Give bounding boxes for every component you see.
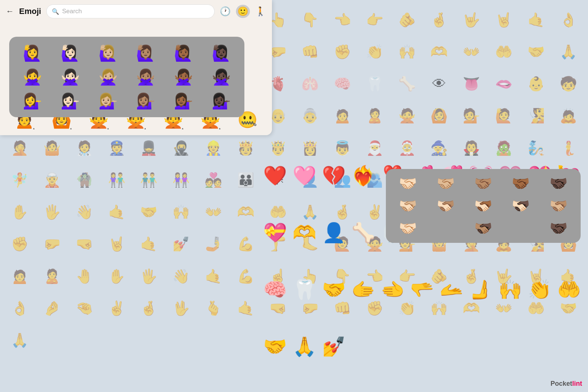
bg-emoji: 🧌: [68, 164, 101, 196]
bg-emoji: 🫁: [294, 68, 326, 100]
bg-emoji: 👌: [4, 292, 36, 324]
bg-emoji: 🧒: [552, 68, 584, 100]
bg-emoji: 🤘: [488, 4, 520, 36]
skin-tone-emoji-14[interactable]: 💁🏻‍♀️: [53, 90, 88, 111]
skin-tone-emoji-18[interactable]: 💁🏿‍♀️: [204, 90, 239, 111]
handshake-emoji-1[interactable]: 🤝🏻: [390, 173, 426, 194]
bg-emoji: 🥷: [165, 132, 197, 164]
handshake-emoji-10[interactable]: 🫱🏼‍🫲🏽: [541, 196, 576, 216]
bg-emoji: 👮: [100, 132, 133, 164]
bg-emoji: 🖖: [165, 292, 197, 324]
skin-tone-emoji-11[interactable]: 🙅🏾‍♀️: [166, 66, 201, 87]
bg-emoji: 👷: [197, 132, 230, 164]
handshake-emoji-8[interactable]: 🫱🏻‍🫲🏾: [466, 196, 501, 216]
handshake-emoji-9[interactable]: 🫱🏻‍🫲🏿: [503, 196, 538, 216]
bg-emoji: 🤝: [520, 36, 552, 68]
bg-emoji: 🤌: [36, 292, 68, 324]
skin-tone-emoji-12[interactable]: 🙅🏿‍♀️: [204, 66, 239, 87]
emoji-keyboard-panel: ← Emoji 🔍 Search 🕐 🙂 🚶 🙋‍♀️ 🙋🏻‍♀️ 🙋🏼‍♀️ …: [0, 0, 272, 135]
skin-tone-emoji-3[interactable]: 🙋🏼‍♀️: [90, 43, 125, 64]
skin-tone-emoji-1[interactable]: 🙋‍♀️: [15, 43, 50, 64]
bg-emoji: 🧏: [520, 100, 552, 132]
bg-emoji: 🤦: [4, 132, 36, 164]
right-bg-emoji: 🫲: [378, 275, 407, 305]
skin-tone-emoji-4[interactable]: 🙋🏽‍♀️: [128, 43, 163, 64]
bg-emoji: 👶: [520, 68, 552, 100]
search-bar[interactable]: 🔍 Search: [46, 4, 215, 18]
bg-emoji: 🙅: [391, 100, 423, 132]
bg-emoji: 👏: [359, 36, 391, 68]
bg-emoji: 🙎: [36, 260, 68, 292]
right-bg-emoji: 🙌: [495, 275, 525, 305]
right-bg-emoji: 🦷: [290, 275, 319, 305]
watermark: Pocketlint: [551, 380, 582, 388]
bg-emoji: 🫶: [423, 36, 455, 68]
handshake-emoji-11[interactable]: 🤝🏻: [390, 218, 426, 238]
skin-tone-emoji-17[interactable]: 💁🏾‍♀️: [166, 90, 201, 111]
bg-emoji: 🤜: [68, 228, 101, 260]
skin-tone-emoji-9[interactable]: 🙅🏼‍♀️: [90, 66, 125, 87]
bg-emoji: ✌: [100, 292, 133, 324]
back-button[interactable]: ←: [6, 7, 14, 16]
right-bg-emoji: 🫴: [437, 275, 466, 305]
bg-emoji: 💂: [133, 132, 165, 164]
right-bg-emoji: 🦴: [348, 218, 378, 247]
right-bg-emoji: 🫳: [407, 275, 437, 305]
bg-emoji: 👋: [165, 260, 197, 292]
handshake-emoji-15[interactable]: 🤝🏿: [541, 218, 576, 238]
bg-emoji: 👋: [68, 196, 101, 228]
handshake-emoji-4[interactable]: 🤝🏾: [503, 173, 538, 194]
bg-emoji: 🤛: [36, 228, 68, 260]
handshake-emoji-7[interactable]: 🫱🏻‍🫲🏽: [428, 196, 463, 216]
handshake-emoji-13[interactable]: 🫱🏽‍🫲🏿: [466, 218, 501, 238]
bg-emoji: 🤷: [36, 132, 68, 164]
skin-tone-emoji-10[interactable]: 🙅🏽‍♀️: [128, 66, 163, 87]
handshake-skin-tone-popup: 🤝🏻 🤝🏼 🤝🏽 🤝🏾 🤝🏿 🫱🏻‍🫲🏼 🫱🏻‍🫲🏽 🫱🏻‍🫲🏾 🫱🏻‍🫲🏿 🫱…: [386, 169, 581, 243]
bg-emoji: 💁: [455, 100, 488, 132]
skin-tone-emoji-15[interactable]: 💁🏼‍♀️: [90, 90, 125, 111]
bg-emoji: 💑: [197, 164, 230, 196]
bg-emoji: 🤞: [423, 4, 455, 36]
bg-emoji: 👉: [359, 4, 391, 36]
watermark-pocket: Pocket: [551, 380, 572, 387]
skin-tone-emoji-8[interactable]: 🙅🏻‍♀️: [53, 66, 88, 87]
skin-tone-emoji-2[interactable]: 🙋🏻‍♀️: [53, 43, 88, 64]
bg-emoji: 🤙: [197, 260, 230, 292]
header-icon-group: 🕐 🙂 🚶: [220, 5, 266, 18]
handshake-emoji-5[interactable]: 🤝🏿: [541, 173, 576, 194]
skin-tone-emoji-5[interactable]: 🙋🏾‍♀️: [166, 43, 201, 64]
person-icon[interactable]: 🚶: [255, 6, 266, 17]
handshake-emoji-6[interactable]: 🫱🏻‍🫲🏼: [390, 196, 426, 216]
bg-emoji: ✊: [326, 36, 359, 68]
right-bg-emoji: 🫱: [348, 275, 378, 305]
skin-tone-emoji-6[interactable]: 🙋🏿‍♀️: [204, 43, 239, 64]
right-bg-emoji: 👏: [525, 275, 554, 305]
bg-emoji: 👈: [326, 4, 359, 36]
bg-emoji: 🤙: [520, 4, 552, 36]
bg-emoji: 🙌: [391, 36, 423, 68]
right-bg-emoji: 🤝: [319, 275, 348, 305]
bg-emoji: 🤟: [455, 4, 488, 36]
search-icon: 🔍: [52, 8, 59, 15]
bg-emoji: 🤚: [68, 260, 101, 292]
bg-emoji: ✊: [4, 228, 36, 260]
bg-emoji: 🤝: [133, 196, 165, 228]
bg-emoji: 🙎: [359, 100, 391, 132]
right-bg-emoji: 🤝: [260, 332, 290, 362]
skin-tone-emoji-16[interactable]: 💁🏽‍♀️: [128, 90, 163, 111]
handshake-emoji-2[interactable]: 🤝🏼: [428, 173, 463, 194]
bg-emoji: 🧑‍⚕️: [68, 132, 101, 164]
skin-tone-emoji-13[interactable]: 💁‍♀️: [15, 90, 50, 111]
right-bg-emoji: 🤲: [554, 275, 584, 305]
smiley-icon[interactable]: 🙂: [236, 5, 250, 18]
right-bg-emoji: 🙏: [290, 332, 319, 362]
bg-emoji: 👌: [552, 4, 584, 36]
bg-emoji: 🤲: [488, 36, 520, 68]
handshake-emoji-3[interactable]: 🤝🏽: [466, 173, 501, 194]
recent-icon[interactable]: 🕐: [220, 6, 231, 17]
bg-emoji: 🫦: [488, 68, 520, 100]
bg-emoji: 🧚: [4, 164, 36, 196]
skin-tone-emoji-7[interactable]: 🙅‍♀️: [15, 66, 50, 87]
right-bg-emoji: 💔: [319, 161, 348, 190]
handshake-emoji-14: [503, 218, 538, 238]
